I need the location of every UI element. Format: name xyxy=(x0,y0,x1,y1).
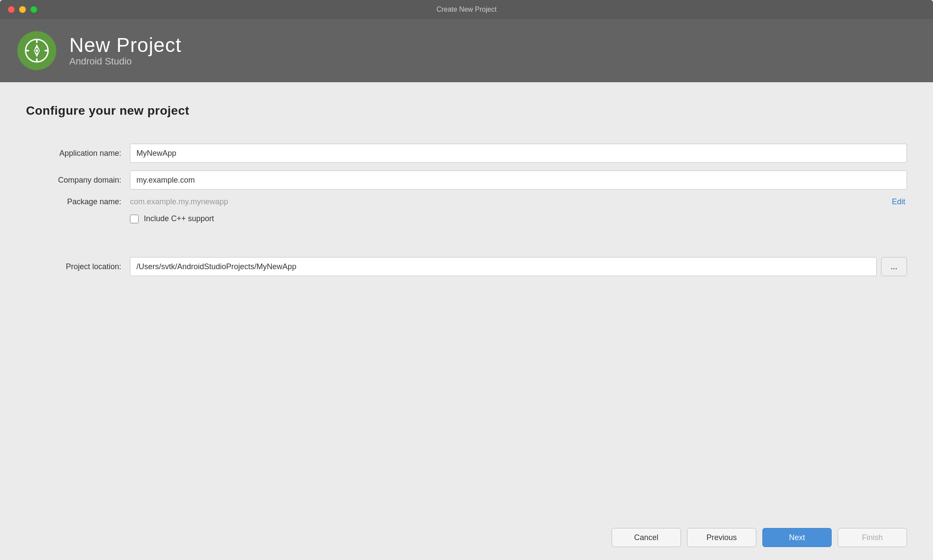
main-content: Configure your new project Application n… xyxy=(0,82,933,515)
title-bar: Create New Project xyxy=(0,0,933,19)
company-domain-row: Company domain: xyxy=(26,171,907,190)
cancel-button[interactable]: Cancel xyxy=(612,528,681,547)
project-location-input[interactable] xyxy=(130,257,877,276)
package-name-content: com.example.my.mynewapp Edit xyxy=(130,197,907,206)
previous-button[interactable]: Previous xyxy=(687,528,756,547)
application-name-label: Application name: xyxy=(26,149,130,158)
edit-link[interactable]: Edit xyxy=(892,197,907,206)
application-name-row: Application name: xyxy=(26,144,907,163)
package-name-label: Package name: xyxy=(26,197,130,206)
footer: Cancel Previous Next Finish xyxy=(0,515,933,560)
application-name-input[interactable] xyxy=(130,144,907,163)
company-domain-label: Company domain: xyxy=(26,176,130,185)
browse-button[interactable]: ... xyxy=(881,257,907,276)
header-text: New Project Android Studio xyxy=(69,34,181,68)
header-banner: New Project Android Studio xyxy=(0,19,933,82)
finish-button[interactable]: Finish xyxy=(838,528,907,547)
cpp-support-row: Include C++ support xyxy=(130,214,907,223)
header-title: New Project xyxy=(69,34,181,56)
close-button[interactable] xyxy=(8,6,15,13)
project-location-row: Project location: ... xyxy=(26,257,907,276)
android-studio-logo xyxy=(17,31,56,70)
package-name-row: Package name: com.example.my.mynewapp Ed… xyxy=(26,197,907,206)
title-bar-buttons xyxy=(8,6,37,13)
company-domain-input[interactable] xyxy=(130,171,907,190)
window: Create New Project New xyxy=(0,0,933,560)
window-title: Create New Project xyxy=(437,6,497,13)
header-subtitle: Android Studio xyxy=(69,56,181,67)
svg-point-9 xyxy=(36,49,38,52)
page-title: Configure your new project xyxy=(26,104,907,118)
next-button[interactable]: Next xyxy=(762,528,832,547)
project-location-label: Project location: xyxy=(26,262,130,271)
minimize-button[interactable] xyxy=(19,6,26,13)
form-section: Application name: Company domain: Packag… xyxy=(26,144,907,284)
cpp-support-label[interactable]: Include C++ support xyxy=(144,214,214,223)
package-name-value: com.example.my.mynewapp xyxy=(130,197,228,206)
cpp-support-checkbox[interactable] xyxy=(130,215,139,223)
maximize-button[interactable] xyxy=(30,6,37,13)
